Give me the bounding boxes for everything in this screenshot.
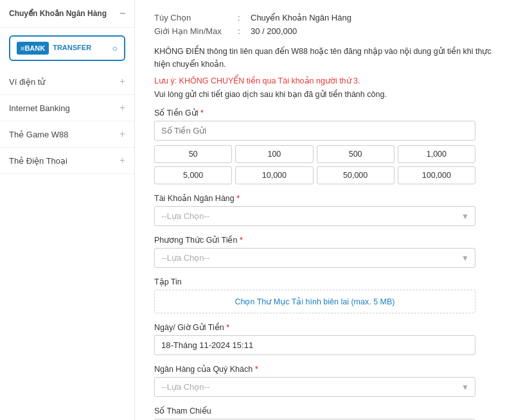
amount-btn-100000[interactable]: 100,000 (398, 166, 475, 184)
ngay-gio-section: Ngày/ Giờ Gửi Tiền * (154, 322, 495, 355)
sidebar-item-the-game[interactable]: Thẻ Game W88 + (0, 121, 134, 148)
tai-khoan-section: Tài Khoản Ngân Hàng * --Lựa Chọn-- ▼ (154, 193, 495, 226)
amount-btn-10000[interactable]: 10,000 (235, 166, 313, 184)
gioi-han-colon: : (238, 26, 251, 36)
bank-transfer-item[interactable]: ≡BANK TRANSFER ○ (9, 35, 125, 61)
sidebar-item-vi-dien-tu[interactable]: Ví điện tử + (0, 69, 134, 95)
amount-btn-100[interactable]: 100 (235, 145, 313, 163)
file-upload-box: Chọn Thư Mục Tải hình biên lai (max. 5 M… (154, 290, 475, 313)
phuong-thuc-label: Phương Thức Gửi Tiền * (154, 235, 495, 245)
so-tien-gui-section: Số Tiền Gửi * 50 100 500 1,000 5,000 10,… (154, 108, 495, 184)
notice-warning: Lưu ý: KHÔNG CHUYỂN tiền qua Tài khoản n… (154, 76, 495, 85)
ngan-hang-section: Ngân Hàng của Quý Khách * --Lựa Chọn-- ▼ (154, 364, 495, 397)
so-tien-gui-label: Số Tiền Gửi * (154, 108, 495, 118)
amount-btn-50000[interactable]: 50,000 (317, 166, 394, 184)
plus-icon-vi: + (120, 76, 125, 87)
tuy-chon-label: Tùy Chọn (154, 13, 238, 22)
sidebar: Chuyển Khoản Ngân Hàng − ≡BANK TRANSFER … (0, 0, 135, 420)
sidebar-item-internet-banking[interactable]: Internet Banking + (0, 95, 134, 121)
phuong-thuc-select[interactable]: --Lựa Chọn-- (154, 248, 475, 268)
bank-logo-text: TRANSFER (53, 44, 91, 52)
gioi-han-value: 30 / 200,000 (251, 26, 297, 36)
gioi-han-row: Giới Hạn Min/Max : 30 / 200,000 (154, 26, 495, 36)
sidebar-header: Chuyển Khoản Ngân Hàng − (0, 0, 134, 28)
sidebar-item-label: Ví điện tử (9, 77, 45, 87)
tai-khoan-select[interactable]: --Lựa Chọn-- (154, 206, 475, 226)
notice-text1: KHÔNG ĐIỀN thông tin liên quan đến W88 h… (154, 45, 495, 71)
tai-khoan-label: Tài Khoản Ngân Hàng * (154, 193, 495, 203)
amount-buttons-grid: 50 100 500 1,000 5,000 10,000 50,000 100… (154, 145, 475, 184)
plus-icon-game: + (120, 128, 125, 140)
phuong-thuc-wrapper: --Lựa Chọn-- ▼ (154, 248, 475, 268)
collapse-icon[interactable]: − (120, 8, 125, 19)
so-tham-chieu-section: Số Tham Chiếu (154, 406, 495, 420)
tap-tin-label: Tập Tin (154, 277, 495, 286)
main-content: Tùy Chọn : Chuyển Khoản Ngân Hàng Giới H… (135, 0, 514, 420)
sidebar-item-the-dien-thoai[interactable]: Thẻ Điện Thoại + (0, 148, 134, 174)
amount-btn-5000[interactable]: 5,000 (154, 166, 232, 184)
tuy-chon-row: Tùy Chọn : Chuyển Khoản Ngân Hàng (154, 13, 495, 22)
amount-btn-1000[interactable]: 1,000 (398, 145, 475, 163)
phuong-thuc-section: Phương Thức Gửi Tiền * --Lựa Chọn-- ▼ (154, 235, 495, 268)
ngan-hang-wrapper: --Lựa Chọn-- ▼ (154, 377, 475, 397)
ngay-gio-label: Ngày/ Giờ Gửi Tiền * (154, 322, 495, 332)
tai-khoan-wrapper: --Lựa Chọn-- ▼ (154, 206, 475, 226)
bank-icon: ≡BANK (17, 42, 49, 55)
notice-box: KHÔNG ĐIỀN thông tin liên quan đến W88 h… (154, 45, 495, 71)
tuy-chon-value: Chuyển Khoản Ngân Hàng (251, 13, 351, 22)
so-tien-gui-input[interactable] (154, 121, 475, 141)
ngan-hang-select[interactable]: --Lựa Chọn-- (154, 377, 475, 397)
sidebar-item-label: Thẻ Game W88 (9, 130, 69, 139)
amount-btn-500[interactable]: 500 (317, 145, 394, 163)
sidebar-item-label: Internet Banking (9, 103, 70, 113)
ngan-hang-label: Ngân Hàng của Quý Khách * (154, 364, 495, 374)
so-tham-chieu-label: Số Tham Chiếu (154, 406, 495, 416)
bank-logo-line1: ≡BANK (21, 44, 45, 52)
notice-text2: Vui lòng gửi chi tiết giao dịch sau khi … (154, 89, 495, 99)
gioi-han-label: Giới Hạn Min/Max (154, 26, 238, 36)
sidebar-title: Chuyển Khoản Ngân Hàng (9, 9, 107, 18)
sidebar-item-label: Thẻ Điện Thoại (9, 156, 67, 166)
tap-tin-section: Tập Tin Chọn Thư Mục Tải hình biên lai (… (154, 277, 495, 313)
plus-icon-phone: + (120, 155, 125, 166)
amount-btn-50[interactable]: 50 (154, 145, 232, 163)
tuy-chon-colon: : (238, 13, 251, 22)
ngay-gio-input[interactable] (154, 335, 475, 355)
plus-icon-internet: + (120, 102, 125, 114)
file-upload-button[interactable]: Chọn Thư Mục Tải hình biên lai (max. 5 M… (235, 297, 395, 306)
wifi-icon: ○ (112, 43, 118, 53)
